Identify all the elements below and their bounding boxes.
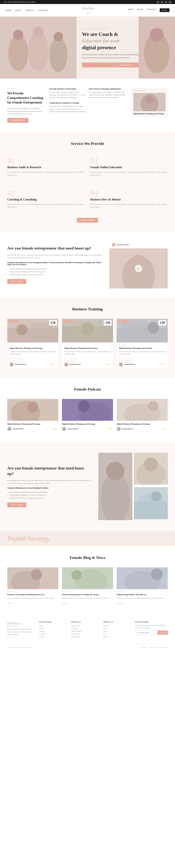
training-2-author-row: Amanda DayProst ★★★★☆ [64, 363, 111, 367]
training-3-badge: Business [118, 320, 128, 322]
svg-point-40 [106, 462, 124, 480]
video-play-overlay[interactable]: ▶ [135, 265, 142, 272]
blog-1-svg [7, 567, 58, 589]
footer-newsletter-heading: Newsletter [135, 621, 168, 623]
nav-service[interactable]: Service [25, 9, 34, 11]
footer-about-5[interactable]: Contact [103, 636, 132, 638]
footer-brand: femiineCoach COACHING Empowering Brands … [7, 621, 35, 639]
footer-terms[interactable]: Terms of Service [149, 647, 158, 648]
boost2-medium-image-1 [134, 453, 168, 485]
boost2-cta-button[interactable]: Let's Talk [7, 502, 26, 507]
footer-email-input[interactable] [135, 630, 157, 635]
footer-col-1-heading: Navigation [39, 621, 67, 623]
footer-link-home[interactable]: Home [39, 625, 67, 627]
footer-bottom-links: Privacy Policy Terms of Service Cookie P… [140, 647, 168, 648]
about-cta-button[interactable]: Learn More [7, 118, 28, 123]
blog-2-readmore[interactable]: Read More [62, 602, 68, 604]
about-service-2-desc: Leveraging analytics and insights to con… [89, 91, 126, 99]
nav-pages[interactable]: Pages [137, 8, 144, 12]
training-1-lessons: 120 [49, 320, 57, 326]
footer-link-about[interactable]: About Us [39, 628, 67, 629]
training-3-lessons: 120 [158, 320, 166, 326]
svg-point-26 [147, 322, 159, 334]
blog-1-category: Business [7, 591, 58, 592]
footer-service-4[interactable]: Business Devs [71, 633, 99, 635]
blog-grid: Business Female-Led Startups Breaking Ba… [7, 567, 168, 604]
about-left: ABOUT We Provide Comprehensive Coaching … [7, 88, 44, 123]
training-card-1-content: Business Digital Business Planning and S… [7, 342, 58, 369]
training-3-stars: ★★★★☆ [159, 364, 166, 365]
video-label-text: Watch Our Video [117, 244, 129, 246]
instagram-icon[interactable]: i [165, 1, 167, 3]
service-4-number: 04 [90, 189, 168, 197]
training-card-2-content: Business Digital Business Planning and S… [62, 342, 113, 369]
training-section: Business Training Business 120 Business … [0, 298, 175, 378]
training-1-cta[interactable]: Start Now [9, 359, 22, 363]
podcast-card-1-content: Digital Business Planning and Strategy A… [7, 421, 58, 433]
footer-about-4[interactable]: Press [103, 633, 132, 635]
video-thumbnail[interactable]: ▶ [109, 248, 168, 288]
training-1-category: Business [9, 345, 56, 346]
nav-podcast[interactable]: Podcast [147, 8, 156, 12]
footer-service-1[interactable]: Business Audit [71, 625, 99, 627]
training-grid: Business 120 Business Digital Business P… [7, 319, 168, 369]
footer-logo-sub: COACHING [7, 625, 35, 627]
blog-card-2: Business Women Entrepreneurs Leading the… [62, 567, 113, 604]
training-3-description: Lorem ipsum dolor sit amet, consectetur … [119, 351, 166, 355]
podcast-card-1: Digital Business Planning and Strategy A… [7, 399, 58, 433]
blog-1-readmore[interactable]: Read More [7, 602, 14, 604]
podcast-card-2-author-row: Amanda DayProst ★★★★☆ [62, 427, 113, 431]
boost2-list: Women Empowerment Through Entrepreneursh… [7, 491, 91, 500]
nav-news[interactable]: News [128, 8, 134, 12]
footer-about-2[interactable]: Team [103, 628, 132, 629]
facebook-icon[interactable]: f [157, 1, 159, 3]
nav-coaching[interactable]: Coaching [37, 9, 49, 11]
footer-privacy[interactable]: Privacy Policy [140, 647, 147, 648]
footer-service-2[interactable]: Consulting [71, 628, 99, 629]
footer-service-5[interactable]: Female Mentor [71, 636, 99, 638]
services-cta-button[interactable]: Learn More [77, 218, 98, 223]
nav-home[interactable]: Home [5, 9, 11, 11]
about-service-1: Strategic Business Partnerships Collabor… [49, 88, 86, 99]
training-card-3-image: Business 120 [117, 319, 168, 342]
podcast-3-avatar [117, 427, 121, 431]
blog-1-title: Female-Led Startups Breaking Barriers In… [7, 593, 58, 596]
about-services-grid: Strategic Business Partnerships Collabor… [49, 88, 126, 113]
nav-about[interactable]: About [15, 9, 22, 11]
pinterest-icon[interactable]: p [169, 1, 171, 3]
footer-link-services[interactable]: Services [39, 630, 67, 632]
footer-service-3[interactable]: Online Education [71, 630, 99, 632]
twitter-icon[interactable]: t [161, 1, 163, 3]
footer-about-1[interactable]: Our Story [103, 625, 132, 627]
footer-subscribe-button[interactable]: Subscribe [157, 630, 168, 635]
blog-3-svg [117, 567, 168, 589]
about-service-3-title: Comprehensive Business Coaching [49, 102, 86, 104]
blog-section: Female Blog & News Business Female-Led S… [0, 546, 175, 614]
about-description: Empowering Brands to Shape Tomorrow's Ma… [7, 107, 44, 116]
footer-col-1-links: Home About Us Services Coaching Contact [39, 625, 67, 638]
blog-card-1: Business Female-Led Startups Breaking Ba… [7, 567, 58, 604]
about-service-3: Comprehensive Business Coaching Deliveri… [49, 102, 86, 113]
footer-link-contact[interactable]: Contact [39, 636, 67, 638]
footer-col-2: Services Business Audit Consulting Onlin… [71, 621, 99, 639]
svg-rect-23 [73, 321, 102, 340]
blog-3-readmore[interactable]: Read More [117, 602, 123, 604]
boost-cta-button[interactable]: Let's Talk [7, 279, 26, 284]
service-4-title: Business Devs & Mentor [90, 198, 168, 201]
about-section: ABOUT We Provide Comprehensive Coaching … [0, 79, 175, 132]
about-center: Strategic Business Partnerships Collabor… [49, 88, 126, 123]
top-bar-text: THE FIRST FEMALE BUSINESS COACHING [4, 1, 36, 3]
about-label: ABOUT [7, 88, 44, 89]
play-icon[interactable]: ▶ [112, 243, 116, 247]
blog-3-title: Empowering Women: The Rise of... [117, 593, 168, 596]
nav-more-button[interactable]: More [160, 8, 170, 12]
footer-about-3[interactable]: Careers [103, 630, 132, 632]
training-3-cta[interactable]: Start Now [119, 359, 132, 363]
footer-bottom: © 2024 Feminine Coach. All Rights Reserv… [7, 644, 168, 648]
podcast-section-title: Female Podcast [7, 387, 168, 392]
training-2-cta[interactable]: Start Now [64, 359, 77, 363]
footer-link-coaching[interactable]: Coaching [39, 633, 67, 635]
training-card-3-content: Business Digital Business Planning and S… [117, 342, 168, 369]
footer-cookies[interactable]: Cookie Policy [161, 647, 168, 648]
footer-col-2-links: Business Audit Consulting Online Educati… [71, 625, 99, 638]
